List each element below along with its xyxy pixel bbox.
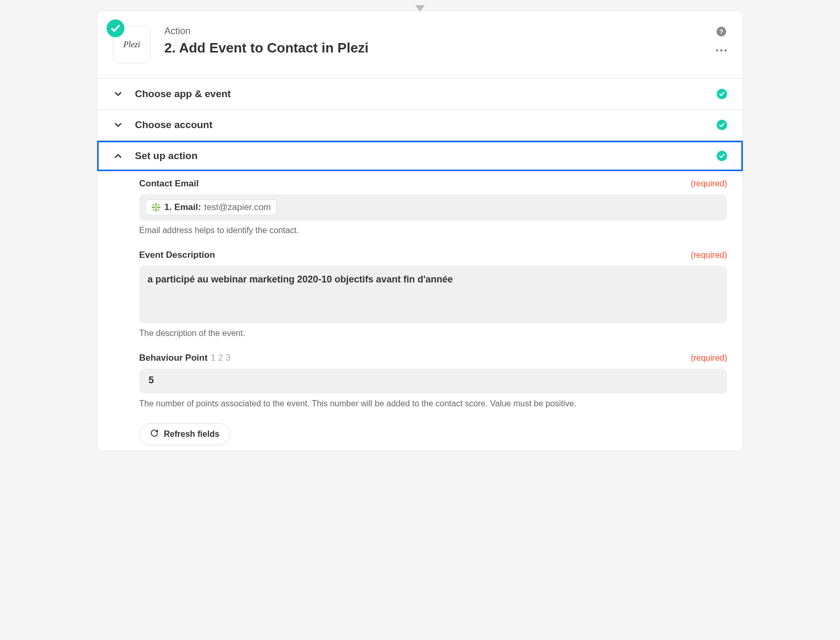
helper-behaviour-point: The number of points associated to the e… (139, 399, 727, 408)
field-contact-email: Contact Email (required) ❇️ 1. Email: te… (139, 179, 727, 235)
status-complete-icon (717, 89, 727, 99)
required-badge: (required) (691, 179, 727, 188)
section-header-choose-account[interactable]: Choose account (97, 110, 743, 140)
variable-pill-email[interactable]: ❇️ 1. Email: test@zapier.com (145, 200, 277, 215)
svg-point-2 (716, 49, 718, 51)
field-label-row: Contact Email (required) (139, 179, 727, 189)
panel-header: Plezi Action 2. Add Event to Contact in … (97, 11, 743, 78)
refresh-fields-label: Refresh fields (164, 429, 219, 439)
svg-point-4 (724, 49, 727, 51)
chevron-up-icon (113, 151, 123, 161)
section-choose-account: Choose account (97, 109, 743, 140)
app-logo-text: Plezi (123, 40, 140, 49)
field-label-row: Event Description (required) (139, 250, 727, 260)
field-label-hint: 1 2 3 (211, 353, 230, 363)
section-choose-app: Choose app & event (97, 78, 743, 109)
pill-prefix: 1. Email: (164, 202, 201, 213)
event-description-input[interactable]: a participé au webinar marketing 2020-10… (139, 266, 727, 323)
helper-contact-email: Email address helps to identify the cont… (139, 226, 727, 235)
panel-title: 2. Add Event to Contact in Plezi (164, 40, 716, 56)
header-actions: ? (716, 26, 727, 52)
field-event-description: Event Description (required) a participé… (139, 250, 727, 338)
behaviour-point-input[interactable]: 5 (139, 369, 727, 394)
section-setup-action: Set up action Contact Email (required) ❇… (97, 140, 743, 450)
pill-value: test@zapier.com (204, 202, 271, 213)
app-icon-wrapper: Plezi (113, 26, 151, 64)
status-complete-icon (717, 120, 727, 130)
action-panel: Plezi Action 2. Add Event to Contact in … (97, 11, 743, 451)
chevron-down-icon (113, 89, 123, 99)
contact-email-input[interactable]: ❇️ 1. Email: test@zapier.com (139, 194, 727, 221)
section-title-choose-account: Choose account (135, 119, 717, 131)
section-title-choose-app: Choose app & event (135, 88, 717, 100)
status-complete-icon (717, 151, 727, 161)
section-header-setup-action[interactable]: Set up action (97, 141, 743, 171)
section-header-choose-app[interactable]: Choose app & event (97, 79, 743, 109)
flower-icon: ❇️ (151, 203, 161, 212)
header-eyebrow: Action (164, 26, 716, 37)
refresh-icon (150, 429, 159, 439)
field-behaviour-point: Behaviour Point 1 2 3 (required) 5 The n… (139, 353, 727, 408)
help-icon[interactable]: ? (716, 26, 727, 37)
behaviour-point-value: 5 (145, 374, 157, 387)
svg-point-3 (720, 49, 722, 51)
required-badge: (required) (691, 353, 727, 363)
section-title-setup-action: Set up action (135, 150, 717, 162)
field-label-event-description: Event Description (139, 250, 215, 260)
field-label-contact-email: Contact Email (139, 179, 198, 189)
required-badge: (required) (691, 250, 727, 260)
svg-text:?: ? (719, 28, 723, 36)
chevron-down-icon (113, 120, 123, 130)
field-label-behaviour-point: Behaviour Point (139, 353, 207, 363)
field-label-row: Behaviour Point 1 2 3 (required) (139, 353, 727, 363)
step-complete-badge (107, 19, 124, 37)
helper-event-description: The description of the event. (139, 329, 727, 338)
event-description-value: a participé au webinar marketing 2020-10… (148, 273, 453, 286)
header-text: Action 2. Add Event to Contact in Plezi (164, 26, 716, 56)
more-menu-icon[interactable] (716, 49, 727, 52)
setup-action-body: Contact Email (required) ❇️ 1. Email: te… (97, 171, 743, 450)
refresh-fields-button[interactable]: Refresh fields (139, 423, 230, 445)
